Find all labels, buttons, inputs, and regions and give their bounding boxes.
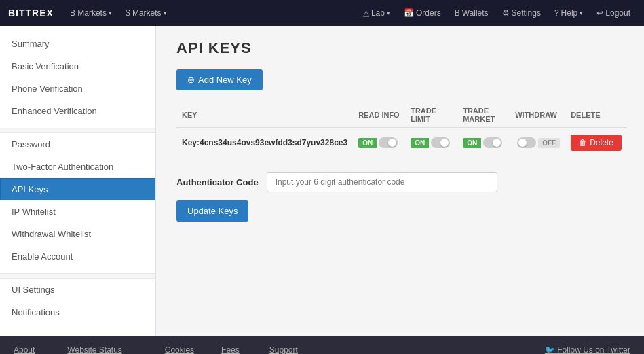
sidebar-group-security: Password Two-Factor Authentication API K… <box>0 133 155 268</box>
sidebar-group-account: Summary Basic Verification Phone Verific… <box>0 33 155 122</box>
nav-right: △ Lab ▾ 📅 Orders B Wallets ⚙ Settings ? … <box>358 5 636 20</box>
toggle-thumb <box>518 139 527 147</box>
footer-link-about[interactable]: About <box>14 345 40 354</box>
footer-link-support[interactable]: Support <box>269 345 298 354</box>
nav-logout[interactable]: ↩ Logout <box>591 5 636 20</box>
toggle-track[interactable] <box>483 137 502 148</box>
chevron-down-icon: ▾ <box>109 10 112 16</box>
footer-col-support: Support Contact <box>269 345 298 354</box>
col-trade-market: ON <box>457 128 510 158</box>
authenticator-section: Authenticator Code <box>176 172 627 192</box>
footer-col-legal: Cookies Terms <box>165 345 194 354</box>
sidebar-item-api-keys[interactable]: API Keys <box>0 178 155 200</box>
delete-key-button[interactable]: 🗑 Delete <box>571 135 622 151</box>
toggle-on-label[interactable]: ON <box>463 138 481 148</box>
nav-dollar-markets[interactable]: $ Markets ▾ <box>120 5 172 20</box>
brand-logo: BITTREX <box>8 7 54 18</box>
toggle-on-label[interactable]: ON <box>358 138 377 148</box>
nav-orders[interactable]: 📅 Orders <box>398 5 447 20</box>
lab-icon: △ <box>363 8 369 18</box>
table-row: Key:4cns34us4ovs93ewfdd3sd7yuv328ce3 ON … <box>176 128 627 158</box>
sidebar-item-withdrawal-whitelist[interactable]: Withdrawal Whitelist <box>0 223 155 245</box>
withdraw-toggle[interactable]: OFF <box>515 137 560 148</box>
update-keys-button[interactable]: Update Keys <box>176 200 248 222</box>
footer-col-fees: Fees Press <box>221 345 242 354</box>
sidebar-item-phone-verification[interactable]: Phone Verification <box>0 77 155 100</box>
sidebar-item-two-factor[interactable]: Two-Factor Authentication <box>0 156 155 178</box>
top-navigation: BITTREX B Markets ▾ $ Markets ▾ △ Lab ▾ … <box>0 0 644 26</box>
sidebar-item-ui-settings[interactable]: UI Settings <box>0 279 155 301</box>
api-key-value: Key:4cns34us4ovs93ewfdd3sd7yuv328ce3 <box>176 128 353 158</box>
authenticator-code-input[interactable] <box>267 172 497 192</box>
col-header-trade-limit: TRADE LIMIT <box>405 103 457 128</box>
sidebar: Summary Basic Verification Phone Verific… <box>0 26 156 336</box>
api-keys-table: KEY READ INFO TRADE LIMIT TRADE MARKET W… <box>176 103 627 158</box>
plus-icon: ⊕ <box>187 75 195 85</box>
col-trade-limit: ON <box>405 128 457 158</box>
sidebar-item-basic-verification[interactable]: Basic Verification <box>0 55 155 77</box>
chevron-down-icon: ▾ <box>580 10 583 16</box>
nav-help[interactable]: ? Help ▾ <box>549 5 588 20</box>
page-title: API KEYS <box>176 39 627 57</box>
sidebar-item-ip-whitelist[interactable]: IP Whitelist <box>0 200 155 223</box>
gear-icon: ⚙ <box>502 8 510 18</box>
authenticator-label: Authenticator Code <box>176 177 259 188</box>
nav-wallets[interactable]: B Wallets <box>449 5 494 20</box>
toggle-track[interactable] <box>517 137 536 148</box>
toggle-track[interactable] <box>431 137 450 148</box>
calendar-icon: 📅 <box>404 8 414 18</box>
toggle-on-label[interactable]: ON <box>411 138 429 148</box>
col-header-trade-market: TRADE MARKET <box>457 103 510 128</box>
read-info-toggle[interactable]: ON <box>358 137 400 148</box>
sidebar-item-password[interactable]: Password <box>0 133 155 156</box>
trade-market-toggle[interactable]: ON <box>463 137 504 148</box>
wallet-icon: B <box>455 8 460 18</box>
help-icon: ? <box>554 8 559 18</box>
sidebar-group-preferences: UI Settings Notifications <box>0 279 155 323</box>
page-layout: Summary Basic Verification Phone Verific… <box>0 26 644 336</box>
footer-col-social: 🐦 Follow Us on Twitter f Like Us on Face… <box>545 345 630 354</box>
col-withdraw: OFF <box>510 128 565 158</box>
col-header-key: KEY <box>176 103 353 128</box>
chevron-down-icon: ▾ <box>164 10 167 16</box>
nav-left: B Markets ▾ $ Markets ▾ <box>64 5 358 20</box>
col-read-info: ON <box>353 128 405 158</box>
toggle-thumb <box>440 139 449 147</box>
footer-link-twitter[interactable]: 🐦 Follow Us on Twitter <box>545 345 630 354</box>
footer-link-cookies[interactable]: Cookies <box>165 345 194 354</box>
sidebar-item-summary[interactable]: Summary <box>0 33 155 55</box>
toggle-track[interactable] <box>379 137 398 148</box>
sidebar-item-enhanced-verification[interactable]: Enhanced Verification <box>0 100 155 122</box>
sidebar-divider <box>0 128 155 133</box>
trade-limit-toggle[interactable]: ON <box>411 137 452 148</box>
toggle-thumb <box>388 139 396 147</box>
toggle-off-label[interactable]: OFF <box>538 138 560 148</box>
footer-link-website-status[interactable]: Website Status <box>67 345 137 354</box>
col-header-withdraw: WITHDRAW <box>510 103 565 128</box>
add-new-key-button[interactable]: ⊕ Add New Key <box>176 69 263 90</box>
toggle-thumb <box>493 139 501 147</box>
col-header-read-info: READ INFO <box>353 103 405 128</box>
footer-links: About Privacy Website Status API Documen… <box>0 336 644 354</box>
col-header-delete: DELETE <box>565 103 627 128</box>
nav-settings[interactable]: ⚙ Settings <box>497 5 546 20</box>
col-delete: 🗑 Delete <box>565 128 627 158</box>
footer-col-website: Website Status API Documentation <box>67 345 137 354</box>
sidebar-item-enable-account[interactable]: Enable Account <box>0 245 155 268</box>
footer-link-fees[interactable]: Fees <box>221 345 242 354</box>
chevron-down-icon: ▾ <box>387 10 390 16</box>
nav-lab[interactable]: △ Lab ▾ <box>358 5 396 20</box>
logout-icon: ↩ <box>596 8 603 18</box>
trash-icon: 🗑 <box>579 138 587 147</box>
main-content: API KEYS ⊕ Add New Key KEY READ INFO TRA… <box>156 26 644 336</box>
sidebar-divider-2 <box>0 273 155 279</box>
footer-col-about: About Privacy <box>14 345 40 354</box>
nav-b-markets[interactable]: B Markets ▾ <box>64 5 117 20</box>
sidebar-item-notifications[interactable]: Notifications <box>0 301 155 323</box>
